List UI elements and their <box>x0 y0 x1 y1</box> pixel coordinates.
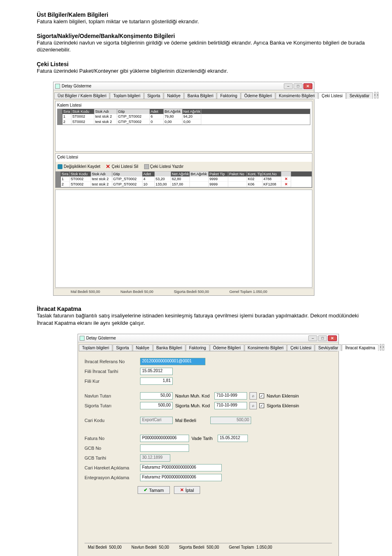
tab[interactable]: Sevkiyatlar <box>315 344 341 351</box>
navlun-eklensin-checkbox[interactable]: ✓ <box>259 393 264 398</box>
tab[interactable]: Konsimento Bilgileri <box>245 344 287 351</box>
tab-scroll-left[interactable]: ‹ <box>374 92 376 98</box>
lookup-icon[interactable]: ⌕ <box>249 392 257 400</box>
gcb-tarihi-field: 30.12.1899 <box>140 454 170 462</box>
tab[interactable]: Toplam bilgileri <box>110 92 143 99</box>
tab[interactable]: Faktoring <box>217 92 241 99</box>
label: GCB No <box>85 446 138 451</box>
maximize-button[interactable]: □ <box>318 335 327 341</box>
tab[interactable]: Sigorta <box>113 344 132 351</box>
window-title: Detay Gösterme <box>62 84 91 88</box>
tab-active[interactable]: Çeki Listesi <box>318 92 346 99</box>
screenshot-ceki-listesi: Detay Gösterme – □ ✕ Üst Bilgiler / Kale… <box>53 82 314 296</box>
section-ceki: Çeki Listesi Fatura üzerindeki Paket/Kon… <box>37 61 368 75</box>
paragraph: Fatura kalem bilgileri, toplam miktar ve… <box>37 18 368 25</box>
tab[interactable]: Banka Bilgileri <box>184 92 216 99</box>
tab[interactable]: Faktoring <box>186 344 209 351</box>
refno-field[interactable]: 2012000000000001@0001 <box>140 358 205 365</box>
table-row[interactable]: 2 ST0002 test stok 2 GTIP_ST0002 10 133,… <box>56 182 312 187</box>
fiili-kur-field[interactable]: 1,81 <box>140 377 173 385</box>
paragraph: Fatura üzerindeki Paket/Konteyner gibi y… <box>37 67 368 75</box>
label: GCB Tarihi <box>85 456 138 460</box>
section-ust-bilgiler: Üst Bilgiler/Kalem Bilgileri Fatura kale… <box>37 11 368 25</box>
titlebar: Detay Gösterme – □ ✕ <box>53 82 314 90</box>
label: Sigorta Muh. Kod <box>175 403 212 408</box>
cari-aciklama-field[interactable]: Faturamız P00000000000006 <box>140 464 222 471</box>
tab[interactable]: Nakliye <box>164 92 184 99</box>
navlun-muh-field[interactable]: 710-10-999 <box>214 392 247 400</box>
col-header: Gtip <box>117 109 150 114</box>
close-button[interactable]: ✕ <box>303 83 312 89</box>
col-header: Stok Kodu <box>71 109 94 114</box>
col-header: Brt.Ağırlık <box>164 109 183 114</box>
tab[interactable]: Üst Bilgiler / Kalem Bilgileri <box>54 92 109 99</box>
save-icon <box>58 164 62 169</box>
fiili-tarih-field[interactable]: 15.05.2012 <box>140 368 173 375</box>
tab[interactable]: Ödeme Bilgileri <box>241 92 275 99</box>
label: Entegrasyon Açıklama <box>85 475 138 480</box>
mal-bedeli-field: 500,00 <box>210 417 251 424</box>
delete-button[interactable]: ✕Çeki Listesi Sil <box>105 163 139 170</box>
tab[interactable]: Sevkiyatlar <box>346 92 373 99</box>
tab-scroll-left[interactable]: ‹ <box>380 344 382 351</box>
tabstrip: Toplam bilgileri Sigorta Nakliye Banka B… <box>79 343 338 351</box>
tab-scroll-right[interactable]: › <box>382 344 384 351</box>
col-header: Sıra <box>62 109 71 114</box>
col-header: Net Ağırlık <box>183 109 201 114</box>
sigorta-eklensin-checkbox[interactable]: ✓ <box>259 403 264 408</box>
save-button[interactable]: Değişiklikleri Kaydet <box>56 164 101 170</box>
table-row[interactable]: 1 ST0002 test stok 2 GTIP_ST0002 6 79,80… <box>58 114 310 119</box>
label: Cari Kodu <box>85 418 138 423</box>
minimize-button[interactable]: – <box>284 83 293 89</box>
panel-kalem-listesi: Kalem Listesi Sıra Stok Kodu Stok Adı Gt… <box>55 101 312 152</box>
tab-active[interactable]: İhracat Kapatma <box>342 344 378 351</box>
tab[interactable]: Konsimento Bilgileri <box>276 92 318 99</box>
col-header: Adet <box>150 109 164 114</box>
tab[interactable]: Banka Bilgileri <box>153 344 185 351</box>
status-bar: Mal Bedeli 500,00 Navlun Bedeli 50,00 Si… <box>85 543 332 551</box>
close-button[interactable]: ✕ <box>328 335 337 341</box>
form-ihracat: İhracat Referans No 2012000000000001@000… <box>79 351 338 555</box>
tab[interactable]: Toplam bilgileri <box>79 344 112 351</box>
navlun-tutari-field[interactable]: 50,00 <box>140 392 173 400</box>
label: İhracat Referans No <box>85 359 138 364</box>
delete-row-icon[interactable]: ✕ <box>281 182 291 187</box>
tab-scroll-right[interactable]: › <box>377 92 379 98</box>
heading: Sigorta/Nakliye/Odeme/Banka/Konşimento B… <box>37 33 368 39</box>
app-icon <box>80 336 85 341</box>
tamam-button[interactable]: ✔Tamam <box>138 486 170 494</box>
panel-title: Kalem Listesi <box>57 103 310 107</box>
tab[interactable]: Nakliye <box>133 344 153 351</box>
label: Cari Hareket Açıklama <box>85 465 138 470</box>
ent-aciklama-field[interactable]: Faturamız P00000000000006 <box>140 474 222 481</box>
minimize-button[interactable]: – <box>308 335 317 341</box>
vade-tarih-field[interactable]: 15.05.2012 <box>218 435 248 442</box>
maximize-button[interactable]: □ <box>294 83 303 89</box>
label: Navlun Eklensin <box>267 393 299 398</box>
check-icon: ✔ <box>144 487 147 493</box>
sigorta-muh-field[interactable]: 710-10-999 <box>214 402 247 409</box>
grid-ceki: Sıra Stok Kodu Stok Adı Gtip Adet Net Ağ… <box>56 172 312 188</box>
label: Fiili Kur <box>85 379 138 384</box>
table-row[interactable]: 2 ST0002 test stok 2 GTIP_ST0002 0 0,00 … <box>58 119 310 125</box>
lookup-icon[interactable]: ⌕ <box>249 402 257 409</box>
label: Fiili İhracat Tarihi <box>85 369 138 374</box>
label: Mal Bedeli <box>175 418 208 423</box>
delete-row-icon[interactable]: ✕ <box>281 176 291 182</box>
label: Fatura No <box>85 436 138 441</box>
tab[interactable]: Çeki Listesi <box>287 344 314 351</box>
app-icon <box>55 84 60 89</box>
gcb-no-field[interactable] <box>140 444 189 452</box>
tab[interactable]: Ödeme Bilgileri <box>210 344 244 351</box>
label: Navlun Tutarı <box>85 393 138 398</box>
fatura-no-field[interactable]: P00000000000006 <box>140 435 189 442</box>
status-bar: Mal Bedeli 500,00 Navlun Bedeli 50,00 Si… <box>54 288 313 295</box>
iptal-button[interactable]: ✕İptal <box>174 486 200 494</box>
table-row[interactable]: 1 ST0002 test stok 2 GTIP_ST0002 4 53,20… <box>56 176 312 182</box>
screenshot-ihracat-kapatma: Detay Gösterme – □ ✕ Toplam bilgileri Si… <box>78 334 339 556</box>
paragraph: Fatura üzerindeki navlun ve sigorta bilg… <box>37 39 368 54</box>
tab[interactable]: Sigorta <box>144 92 164 99</box>
print-button[interactable]: Çeki Listesi Yazdır <box>143 164 185 170</box>
sigorta-tutari-field[interactable]: 500,00 <box>140 402 173 409</box>
label: Navlun Muh. Kod <box>175 393 212 398</box>
